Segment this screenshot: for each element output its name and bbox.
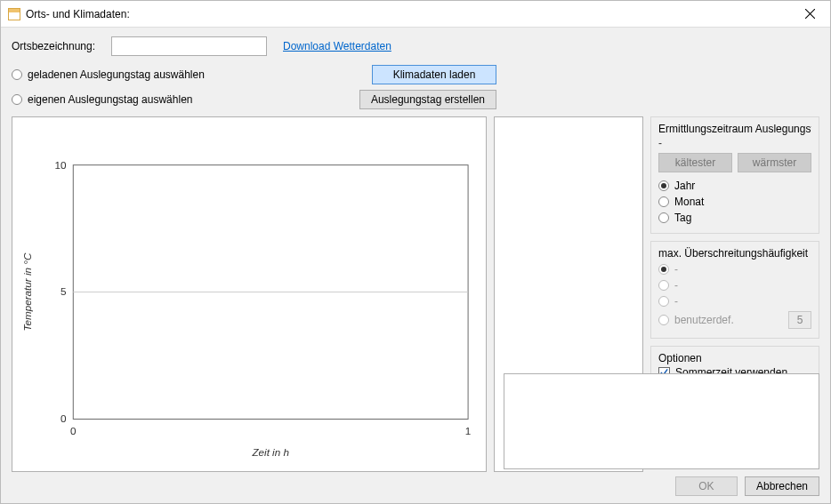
svg-text:0: 0 xyxy=(70,425,77,436)
chart-area: 051001Zeit in hTemperatur in °C xyxy=(12,116,487,472)
radio-icon xyxy=(658,296,669,307)
period-subtitle: - xyxy=(658,137,811,149)
radio-own-day[interactable]: eigenen Auslegungstag auswählen xyxy=(12,93,359,106)
radio-icon xyxy=(12,94,22,105)
titlebar: Orts- und Klimadaten: xyxy=(1,1,830,28)
radio-icon xyxy=(658,212,669,223)
period-title: Ermittlungszeitraum Auslegungstag xyxy=(658,123,811,135)
radio-exceed-0[interactable]: - xyxy=(658,263,811,276)
warmest-button[interactable]: wärmster xyxy=(738,153,811,172)
temperature-chart: 051001Zeit in hTemperatur in °C xyxy=(12,117,486,471)
radio-exceed-3[interactable]: benutzerdef. xyxy=(658,311,811,329)
radio-exceed-label: - xyxy=(674,295,678,308)
radio-icon xyxy=(658,196,669,207)
radio-exceed-label: - xyxy=(674,263,678,276)
create-day-button[interactable]: Auslegungstag erstellen xyxy=(359,90,496,109)
log-output[interactable] xyxy=(504,373,819,469)
radio-period-monat[interactable]: Monat xyxy=(658,196,811,208)
load-climate-button[interactable]: Klimadaten laden xyxy=(372,65,496,84)
ok-button[interactable]: OK xyxy=(675,476,738,496)
exceed-title: max. Überschreitungshäufigkeit xyxy=(658,247,811,260)
exceed-custom-input[interactable] xyxy=(788,311,811,329)
location-input[interactable] xyxy=(111,36,267,56)
period-panel: Ermittlungszeitraum Auslegungstag - kält… xyxy=(650,116,819,234)
coldest-button[interactable]: kältester xyxy=(658,153,732,172)
radio-loaded-day-label: geladenen Auslegungstag auswählen xyxy=(28,68,205,81)
close-icon xyxy=(805,9,815,19)
svg-text:1: 1 xyxy=(465,425,472,436)
exceed-panel: max. Überschreitungshäufigkeit ---benutz… xyxy=(650,241,819,339)
radio-exceed-1[interactable]: - xyxy=(658,279,811,292)
radio-exceed-2[interactable]: - xyxy=(658,295,811,308)
radio-exceed-label: benutzerdef. xyxy=(674,314,734,326)
svg-text:5: 5 xyxy=(61,285,67,297)
radio-own-day-label: eigenen Auslegungstag auswählen xyxy=(28,93,192,106)
radio-icon xyxy=(12,69,22,80)
radio-period-label: Tag xyxy=(674,212,691,224)
radio-period-label: Jahr xyxy=(674,180,695,192)
radio-icon xyxy=(658,280,669,291)
location-label: Ortsbezeichnung: xyxy=(12,40,104,52)
radio-loaded-day[interactable]: geladenen Auslegungstag auswählen xyxy=(12,68,372,81)
radio-period-label: Monat xyxy=(674,196,704,208)
radio-icon xyxy=(658,315,669,325)
radio-icon xyxy=(658,180,669,191)
download-weather-link[interactable]: Download Wetterdaten xyxy=(283,40,391,52)
radio-period-jahr[interactable]: Jahr xyxy=(658,180,811,192)
options-title: Optionen xyxy=(658,352,811,364)
window-title: Orts- und Klimadaten: xyxy=(26,8,130,20)
radio-period-tag[interactable]: Tag xyxy=(658,212,811,224)
radio-exceed-label: - xyxy=(674,279,678,292)
close-button[interactable] xyxy=(790,1,830,28)
cancel-button[interactable]: Abbrechen xyxy=(745,476,819,496)
radio-icon xyxy=(658,264,669,275)
app-icon xyxy=(8,8,20,20)
svg-text:Temperatur in °C: Temperatur in °C xyxy=(21,252,33,332)
svg-text:Zeit in h: Zeit in h xyxy=(251,446,289,458)
svg-text:0: 0 xyxy=(61,412,67,424)
svg-text:10: 10 xyxy=(54,159,67,171)
